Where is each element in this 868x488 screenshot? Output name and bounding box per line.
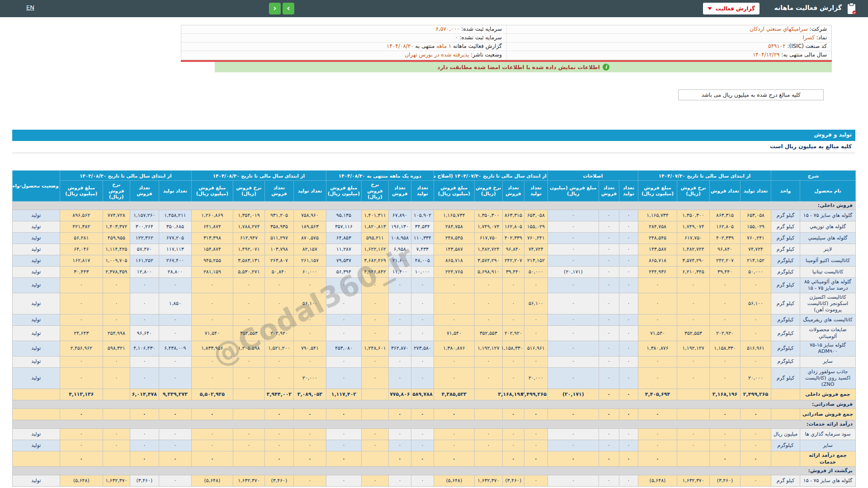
table-row: سایرکیلوگرم۰۰۰۰۰۰۰۰۰۰۰۰۰۰۰۰۰۰۰۰۰۰۰تولید [12, 356, 855, 367]
value-cell: ۰ [599, 277, 619, 293]
value-cell: ۰ [619, 367, 638, 389]
value-cell: ۳۹,۴۴۰ [502, 266, 524, 277]
value-cell: ۰ [326, 409, 361, 420]
value-cell: ۴,۳۸۵,۵۲۳ [434, 389, 474, 400]
status-cell: تولید [12, 356, 60, 367]
product-name-cell: کاتالیست هاي ریفرمینگ [800, 314, 856, 326]
value-cell: ۰ [619, 429, 638, 440]
value-cell: ۶۷۷,۲۰۵ [159, 232, 191, 244]
value-cell: ۰ [502, 429, 524, 440]
value-cell: ۰ [619, 293, 638, 314]
value-cell: ۰ [638, 356, 677, 367]
value-cell: ۱,۳۵۰,۳۰۰ [474, 210, 502, 221]
value-cell: ۰ [474, 293, 502, 314]
language-toggle-en[interactable]: EN [26, 4, 34, 11]
value-cell: ۲۰۲,۹۲۰ [502, 326, 524, 341]
value-cell: ۰ [434, 367, 474, 389]
top-bar: EN گزارش فعالیت ماهانه گزارش فعالیت ‹ › [0, 0, 868, 17]
value-cell: ۰ [130, 409, 159, 420]
value-cell: ۰ [434, 451, 474, 467]
value-cell: ۰ [434, 314, 474, 326]
value-cell: ۰ [599, 293, 619, 314]
value-cell: ۰ [599, 451, 619, 467]
value-cell: ۷۵۸,۹۶۰ [293, 210, 326, 221]
value-cell: ۲۰,۰۰۰ [741, 367, 771, 389]
value-cell: ۳۵۷,۱۱۶ [326, 221, 361, 232]
value-cell: ۰ [502, 451, 524, 467]
value-cell: ۰ [361, 314, 388, 326]
value-cell: ۲۰۲,۹۲۰ [710, 326, 741, 341]
column-header: نرخ فروش (ریال) [361, 181, 388, 202]
value-cell: ۳,۶۸۲,۲۶۹ [361, 255, 388, 266]
value-cell: ۲۶۷,۴۰۰ [159, 255, 191, 266]
value-cell: ۰ [474, 314, 502, 326]
value-cell: ۰ [388, 440, 411, 451]
value-cell: ۲,۴۹۹,۲۶۵ [524, 389, 547, 400]
value-cell: ۰ [524, 451, 547, 467]
value-cell: ۵۱۱,۲۹۷ [264, 232, 293, 244]
info-row: نماد: کسرا سرمایه ثبت نشده: ۰ [181, 34, 831, 42]
value-cell: ۰ [710, 277, 741, 293]
value-cell: ۰ [599, 314, 619, 326]
value-cell: ۰ [434, 429, 474, 440]
unit-cell: گیلو گرم [771, 210, 800, 221]
value-cell: ۸۹۶,۵۶۲ [60, 210, 103, 221]
value-cell: ۵۶,۲۸۱ [60, 232, 103, 244]
product-name-cell: جاذب سولفور زداي اکسید روي (کاتالیست ZNO… [800, 367, 856, 389]
value-cell: ۱,۴۰۳,۳۷۲ [103, 221, 130, 232]
value-cell: ۰ [741, 451, 771, 467]
table-row: کاتالیست اکتیو آلومیناکیلوگرم۲۱۳,۱۵۲۲۴۲,… [12, 255, 855, 266]
product-name-cell: سایر [800, 440, 856, 451]
value-cell: ۹۶,۶۴۰ [130, 326, 159, 341]
status-cell: تولید [12, 210, 60, 221]
value-cell: ۰ [130, 277, 159, 293]
value-cell: ۶۷,۸۹۰ [388, 210, 411, 221]
value-cell: ۲۱۳,۱۵۲ [741, 255, 771, 266]
status-cell [12, 409, 60, 420]
million-rial-note-box: کلیه مبالغ درج شده به میلیون ریال می باش… [678, 89, 824, 100]
value-cell: ۰ [677, 440, 710, 451]
value-cell: ۰ [677, 277, 710, 293]
value-cell: ۰ [599, 326, 619, 341]
value-cell: ۰ [677, 429, 710, 440]
value-cell: ۲۸۱,۱۵۹ [191, 266, 233, 277]
value-cell: ۱۱۷,۱۱۳ [159, 244, 191, 255]
column-header: مبلغ فروش (میلیون ریال) [60, 181, 103, 202]
fiscal-year-cell: سال مالی منتهی به: ۱۴۰۴/۱۲/۲۹ [506, 51, 831, 60]
signed-info-text: اطلاعات نمایش داده شده با اطلاعات امضا ش… [437, 64, 600, 70]
previous-report-button[interactable]: › [283, 3, 294, 14]
column-header: نرخ فروش (ریال) [233, 181, 264, 202]
status-cell: تولید [12, 244, 60, 255]
value-cell: ۷۹,۵۳۷ [326, 255, 361, 266]
value-cell: ۰ [599, 221, 619, 232]
value-cell [474, 409, 502, 420]
value-cell: ۰ [619, 210, 638, 221]
value-cell: ۲,۳۷۸,۳۵۹ [103, 266, 130, 277]
value-cell: ۱۱,۲۸۷ [326, 244, 361, 255]
registered-capital-label: سرمایه ثبت شده: [461, 26, 502, 32]
status-cell: تولید [12, 341, 60, 357]
table-row: کاتالیست هاي ریفرمینگکیلوگرم۰۰۰۰۰۰۰۰۰۰۰۰… [12, 314, 855, 326]
next-report-button[interactable]: ‹ [269, 3, 281, 14]
value-cell: ۰ [677, 314, 710, 326]
value-cell: ۰ [502, 293, 524, 314]
column-header: مبلغ فروش (میلیون ریال) [638, 181, 677, 202]
unit-cell [771, 451, 800, 467]
status-cell: تولید [12, 475, 60, 487]
value-cell: ۰ [233, 293, 264, 314]
value-cell: ۱,۱۹۲,۱۲۷ [474, 341, 502, 357]
table-row: سایرکیلوگرم۰۰۰۰۰۰۰۰۰۰۰۰۰۰۰۰۰۰۰۰۰۰۰تولید [12, 440, 855, 451]
value-cell: ۰ [130, 367, 159, 389]
value-cell: ۷۱,۵۴۰ [434, 326, 474, 341]
unit-cell: کیلو گرم [771, 475, 800, 487]
product-name-cell: گلوله هاي سایز ۷۵ - ۱۵ [800, 475, 856, 487]
value-cell [103, 389, 130, 400]
report-type-dropdown[interactable]: گزارش فعالیت [703, 3, 760, 14]
value-cell: ۱,۷۸۸,۲۷۴ [233, 221, 264, 232]
value-cell: ۱۵۵,۰۲۹ [741, 221, 771, 232]
value-cell: ۰ [524, 326, 547, 341]
value-cell: ۳,۱۶۸,۱۹۶ [710, 389, 741, 400]
value-cell: (۵,۶۴۸) [434, 475, 474, 487]
unit-cell: کیلو گرم [771, 244, 800, 255]
value-cell: ۰ [599, 255, 619, 266]
